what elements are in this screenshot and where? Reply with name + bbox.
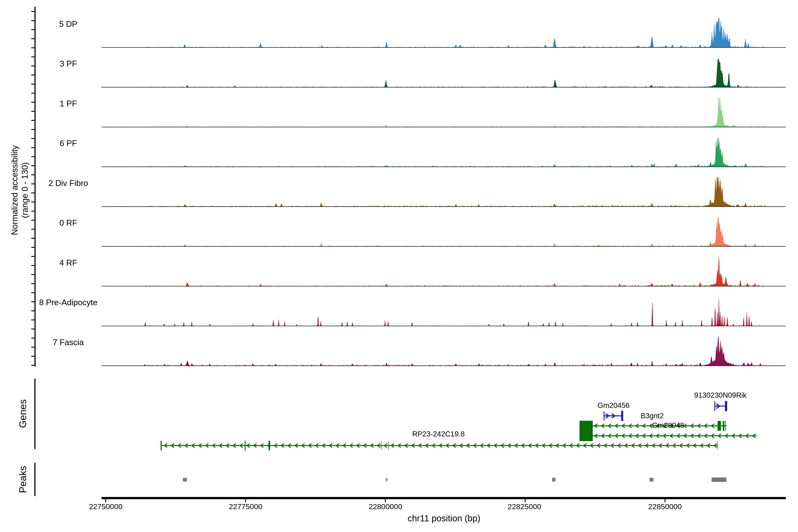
y-axis-tick bbox=[31, 48, 35, 48]
gene-label-gm28048: Gm28048 bbox=[619, 421, 717, 430]
peak-region-box bbox=[649, 478, 653, 482]
x-axis-tick bbox=[525, 499, 526, 502]
y-axis-tick bbox=[31, 83, 35, 84]
x-axis-bar bbox=[101, 497, 786, 499]
genes-bracket bbox=[34, 379, 36, 449]
x-axis-tick bbox=[385, 499, 386, 502]
y-axis-tick bbox=[31, 111, 35, 112]
track-label-2-div-fibro: 2 Div Fibro bbox=[24, 179, 113, 188]
track-label-7-fascia: 7 Fascia bbox=[24, 338, 113, 347]
track-signal-7-fascia bbox=[101, 337, 786, 366]
gene-exon-box bbox=[718, 421, 721, 431]
track-label-6-pf: 6 PF bbox=[24, 139, 113, 148]
track-baseline bbox=[101, 326, 786, 326]
gene-exon-tick bbox=[715, 401, 715, 411]
y-axis-tick bbox=[31, 292, 35, 293]
y-axis-tick bbox=[31, 202, 35, 202]
genome-browser-figure: 5 DP 3 PF 1 PF 6 PF 2 Div Fibro 0 RF 4 R… bbox=[0, 0, 798, 532]
track-label-4-rf: 4 RF bbox=[24, 258, 113, 268]
x-tick-22775000: 22775000 bbox=[217, 502, 274, 511]
y-axis-tick bbox=[31, 283, 35, 284]
track-baseline bbox=[101, 87, 786, 87]
y-axis-tick bbox=[31, 29, 35, 30]
y-axis-tick bbox=[31, 174, 35, 175]
y-axis-tick bbox=[31, 247, 35, 248]
gene-exon-tick bbox=[381, 441, 381, 450]
y-axis-label-line1: Normalized accessibility bbox=[10, 106, 20, 274]
gene-exon-tick bbox=[245, 441, 246, 451]
track-signal-5-dp bbox=[101, 18, 786, 48]
gene-label-rp23-242c19-8: RP23-242C19.8 bbox=[390, 430, 487, 438]
peak-region-box bbox=[386, 478, 388, 481]
x-tick-22800000: 22800000 bbox=[357, 502, 414, 511]
track-baseline bbox=[101, 47, 786, 48]
track-label-3-pf: 3 PF bbox=[24, 59, 113, 69]
x-axis-tick bbox=[665, 499, 665, 502]
peaks-section-label: Peaks bbox=[17, 446, 28, 513]
x-axis-title: chr11 position (bp) bbox=[366, 513, 521, 524]
y-axis-tick bbox=[31, 75, 35, 75]
gene-label-gm20456: Gm20456 bbox=[565, 401, 662, 410]
track-signal-8-pre-adipocyte bbox=[101, 299, 786, 326]
gene-exon-tick bbox=[725, 421, 726, 431]
y-axis-tick bbox=[31, 365, 35, 366]
track-signal-1-pf bbox=[101, 97, 786, 127]
y-axis-label-line2: (range 0 - 130) bbox=[20, 106, 30, 274]
track-label-5-dp: 5 DP bbox=[24, 19, 113, 29]
track-signal-4-rf bbox=[101, 256, 786, 286]
track-label-1-pf: 1 PF bbox=[24, 99, 113, 108]
y-axis-tick bbox=[31, 256, 35, 257]
peak-region-box bbox=[711, 477, 726, 482]
gene-label-9130230n09rik: 9130230N09Rik bbox=[672, 391, 769, 399]
gene-label-b3gnt2: B3gnt2 bbox=[603, 412, 701, 420]
x-axis-tick bbox=[105, 499, 106, 502]
track-signal-0-rf bbox=[101, 217, 786, 247]
x-tick-22825000: 22825000 bbox=[496, 502, 553, 511]
track-signal-3-pf bbox=[101, 58, 786, 87]
gene-exon-tick bbox=[160, 441, 162, 451]
track-baseline bbox=[101, 286, 786, 286]
gene-exon-box bbox=[580, 421, 593, 441]
y-axis-tick bbox=[31, 310, 35, 311]
y-axis-tick bbox=[31, 129, 35, 130]
y-axis-tick bbox=[31, 192, 35, 193]
gene-exon-box bbox=[725, 401, 727, 411]
track-baseline bbox=[101, 167, 786, 167]
track-baseline bbox=[101, 365, 786, 366]
peak-region-box bbox=[183, 478, 187, 482]
track-baseline bbox=[101, 127, 786, 127]
peaks-bracket bbox=[34, 463, 36, 496]
gene-exon-tick bbox=[717, 441, 718, 450]
y-axis-tick bbox=[31, 57, 35, 57]
y-axis-tick bbox=[31, 328, 35, 329]
track-label-0-rf: 0 RF bbox=[24, 218, 113, 228]
y-axis-tick bbox=[31, 165, 35, 166]
y-axis-tick bbox=[31, 120, 35, 121]
y-axis-tick bbox=[31, 274, 35, 275]
gene-exon-tick bbox=[268, 441, 270, 451]
y-axis-tick bbox=[31, 156, 35, 157]
track-signal-2-div-fibro bbox=[101, 177, 786, 207]
gene-exon-tick bbox=[388, 441, 388, 450]
track-baseline bbox=[101, 206, 786, 207]
genome-tracks-plot bbox=[0, 0, 798, 532]
y-axis-tick bbox=[31, 11, 35, 12]
gene-exon-box bbox=[723, 421, 724, 431]
y-axis-tick bbox=[31, 38, 35, 39]
peak-region-box bbox=[552, 478, 555, 482]
track-label-8-pre-adipocyte: 8 Pre-Adipocyte bbox=[24, 298, 113, 307]
y-axis-tick bbox=[31, 93, 35, 94]
genes-section-label: Genes bbox=[17, 380, 28, 447]
x-tick-22850000: 22850000 bbox=[636, 502, 694, 511]
y-axis-tick bbox=[31, 238, 35, 239]
y-axis-tick bbox=[31, 319, 35, 320]
y-axis-tick bbox=[31, 356, 35, 357]
y-axis-tick bbox=[31, 229, 35, 230]
y-axis-label: Normalized accessibility (range 0 - 130) bbox=[10, 106, 32, 274]
y-axis-tick bbox=[31, 211, 35, 211]
track-baseline bbox=[101, 246, 786, 247]
x-axis-tick bbox=[245, 499, 246, 502]
x-tick-22750000: 22750000 bbox=[77, 502, 135, 511]
track-signal-6-pf bbox=[101, 137, 786, 167]
